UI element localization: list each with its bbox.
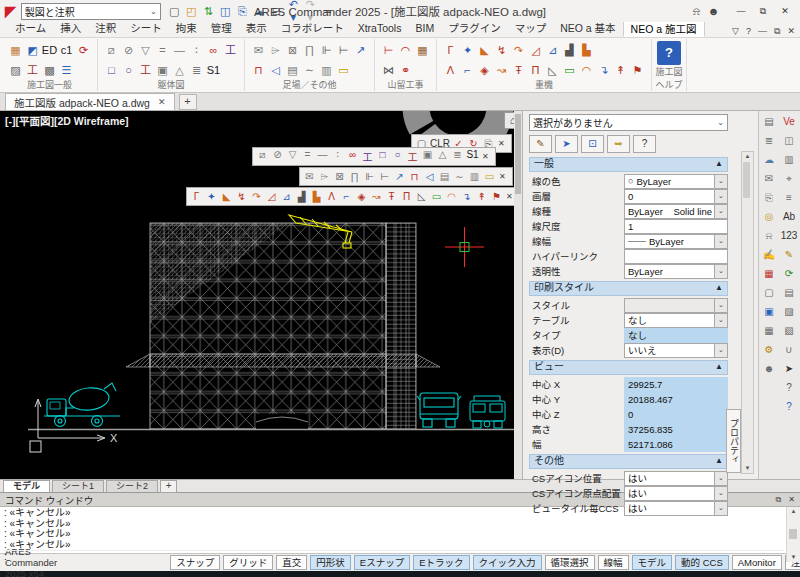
double-line-icon[interactable]: = bbox=[154, 42, 171, 59]
scroll-up-icon[interactable]: ▲ bbox=[742, 152, 753, 161]
mixer-truck-drawing[interactable] bbox=[44, 383, 120, 427]
command-input[interactable]: : bbox=[4, 550, 784, 562]
command-close-button[interactable]: ✕ bbox=[788, 495, 795, 505]
duplicate-sheet-icon[interactable]: ⎘ bbox=[760, 190, 778, 205]
text-style-button[interactable]: Ab bbox=[780, 209, 798, 224]
anchor-tie-icon[interactable]: ⊢ bbox=[380, 42, 397, 59]
bell-icon[interactable]: ⍾ bbox=[760, 228, 778, 243]
scaffold-frame-icon[interactable]: ⊓ bbox=[407, 171, 422, 183]
void-circle-icon[interactable]: ⊘ bbox=[120, 42, 137, 59]
arc-support-icon[interactable]: ◠ bbox=[397, 42, 414, 59]
folder-icon[interactable]: ▣ bbox=[760, 304, 778, 319]
structure-icon[interactable]: ▨ bbox=[780, 304, 798, 319]
document-tab[interactable]: 施工図版 adpack-NEO a.dwg ✕ bbox=[5, 93, 175, 110]
properties-help-icon[interactable]: ? bbox=[633, 135, 656, 153]
construction-help-icon[interactable]: ? bbox=[657, 41, 681, 65]
crawler-crane-icon[interactable]: ⌐ bbox=[459, 62, 476, 79]
binoculars-icon[interactable]: ⌖ bbox=[780, 171, 798, 186]
coin-icon[interactable]: ◎ bbox=[760, 209, 778, 224]
dropdown-arrow-icon[interactable]: ⌄ bbox=[714, 205, 727, 218]
scroll-down-icon[interactable]: ▼ bbox=[742, 464, 753, 473]
toolbar-close-icon[interactable]: ✕ bbox=[482, 152, 493, 161]
edit-annotation-icon[interactable]: ✎ bbox=[529, 135, 552, 153]
wall-line-icon[interactable]: — bbox=[315, 149, 330, 164]
section-header-view[interactable]: ビュー▲ bbox=[529, 360, 728, 375]
cloud-storage-icon[interactable]: ☁ bbox=[760, 152, 778, 167]
restore-button[interactable]: ⧉ bbox=[753, 6, 773, 17]
cloud-lock-icon[interactable]: ☁ bbox=[251, 5, 268, 18]
tab-xtratools[interactable]: XtraTools bbox=[351, 21, 409, 35]
dozer-icon[interactable]: ◿ bbox=[527, 42, 544, 59]
blocks-icon[interactable]: ▧ bbox=[780, 323, 798, 338]
steel-girder-icon[interactable]: 工 bbox=[137, 62, 154, 79]
clip-region-icon[interactable]: ∪ bbox=[780, 342, 798, 357]
slope-arrow-icon[interactable]: ↗ bbox=[392, 171, 407, 183]
hook-icon[interactable]: ↴ bbox=[595, 62, 612, 79]
scroll-down-icon[interactable]: ▼ bbox=[787, 553, 800, 562]
frame-x-icon[interactable]: ⊠ bbox=[284, 42, 301, 59]
backhoe-icon[interactable]: ↷ bbox=[249, 191, 264, 202]
fence-icon[interactable]: ▤ bbox=[437, 171, 452, 183]
tower-crane-icon[interactable]: Γ bbox=[189, 191, 204, 202]
steel-girder-icon[interactable]: 工 bbox=[405, 149, 420, 164]
property-value[interactable]: ⌄ bbox=[624, 298, 728, 313]
save-as-icon[interactable]: ⎘ bbox=[234, 5, 251, 18]
minimize-button[interactable]: — bbox=[731, 6, 751, 17]
clip-icon[interactable]: ⌲ bbox=[267, 42, 284, 59]
property-value[interactable]: 1 bbox=[624, 219, 728, 234]
grader-icon[interactable]: ⊿ bbox=[279, 191, 294, 202]
sync-icon[interactable]: ⇅ bbox=[200, 5, 217, 18]
clip-icon[interactable]: ⌲ bbox=[317, 171, 332, 183]
dropdown-arrow-icon[interactable]: ⌄ bbox=[714, 299, 727, 312]
brace-cross-icon[interactable]: ⋈ bbox=[380, 62, 397, 79]
quick-help-button[interactable]: ? bbox=[780, 399, 798, 414]
dump-truck-icon[interactable]: ▟ bbox=[561, 42, 578, 59]
arrow-corner-icon[interactable]: ◩ bbox=[24, 42, 41, 59]
slab-icon[interactable]: ▽ bbox=[137, 42, 154, 59]
dump-truck-icon[interactable]: ▟ bbox=[294, 191, 309, 202]
print-icon[interactable]: ⊟ bbox=[268, 5, 285, 18]
triangle-mark-icon[interactable]: △ bbox=[435, 149, 450, 164]
dot-pair-icon[interactable]: ∶ bbox=[188, 42, 205, 59]
child-restore-button[interactable]: ⧉ bbox=[774, 26, 780, 37]
property-value[interactable]: 0⌄ bbox=[624, 189, 728, 204]
trailer-icon[interactable]: ▭ bbox=[561, 62, 578, 79]
document-tab-close-icon[interactable]: ✕ bbox=[158, 97, 166, 107]
crawler-crane-icon[interactable]: ⌐ bbox=[339, 191, 354, 202]
concrete-pump-icon[interactable]: ↝ bbox=[493, 62, 510, 79]
toolbar-close-icon[interactable]: ✕ bbox=[499, 172, 510, 181]
pile-driver-icon[interactable]: ▙ bbox=[578, 42, 595, 59]
trailer-icon[interactable]: ▭ bbox=[429, 191, 444, 202]
pile-driver-icon[interactable]: ▙ bbox=[309, 191, 324, 202]
wall-line-icon[interactable]: — bbox=[171, 42, 188, 59]
quick-select-icon[interactable]: ➥ bbox=[607, 135, 630, 153]
assistant-icon[interactable]: ☻ bbox=[760, 361, 778, 376]
dropdown-arrow-icon[interactable]: ⌄ bbox=[714, 190, 727, 203]
flag-icon[interactable]: ⚑ bbox=[629, 62, 646, 79]
frame-x-icon[interactable]: ⊠ bbox=[332, 171, 347, 183]
envelope-icon[interactable]: ✉ bbox=[302, 171, 317, 183]
axis-link-icon[interactable]: ∞ bbox=[205, 42, 222, 59]
property-value[interactable]: はい⌄ bbox=[624, 471, 728, 486]
breaker-icon[interactable]: ↯ bbox=[493, 42, 510, 59]
slab-hatch-icon[interactable]: ▣ bbox=[420, 149, 435, 164]
ed-command-icon[interactable]: ED bbox=[41, 42, 58, 59]
property-value[interactable]: ByLayer⌄ bbox=[624, 264, 728, 279]
dropdown-arrow-icon[interactable]: ⌄ bbox=[714, 344, 727, 357]
new-file-icon[interactable]: ▢ bbox=[166, 5, 183, 18]
scaffold-frame-icon[interactable]: ⊓ bbox=[250, 62, 267, 79]
qat-menu-icon[interactable]: ≖ bbox=[319, 5, 336, 18]
grid-sheet-icon[interactable]: ▦ bbox=[7, 42, 24, 59]
property-value[interactable]: ○ByLayer⌄ bbox=[624, 174, 728, 189]
dot-pair-icon[interactable]: ∶ bbox=[330, 149, 345, 164]
sheet-pile-icon[interactable]: ▦ bbox=[414, 42, 431, 59]
gate-icon[interactable]: ∏ bbox=[301, 42, 318, 59]
hatch-plan-icon[interactable]: ▨ bbox=[7, 62, 24, 79]
rough-terrain-crane-icon[interactable]: ◈ bbox=[354, 191, 369, 202]
properties-scrollbar[interactable]: ▲ ▼ bbox=[741, 151, 754, 474]
cone-icon[interactable]: ◁ bbox=[267, 62, 284, 79]
image-frame-icon[interactable]: ▩ bbox=[41, 62, 58, 79]
steel-beam-icon[interactable]: 工 bbox=[24, 62, 41, 79]
dropdown-arrow-icon[interactable]: ⌄ bbox=[714, 175, 727, 188]
save-icon[interactable]: ◫ bbox=[217, 5, 234, 18]
